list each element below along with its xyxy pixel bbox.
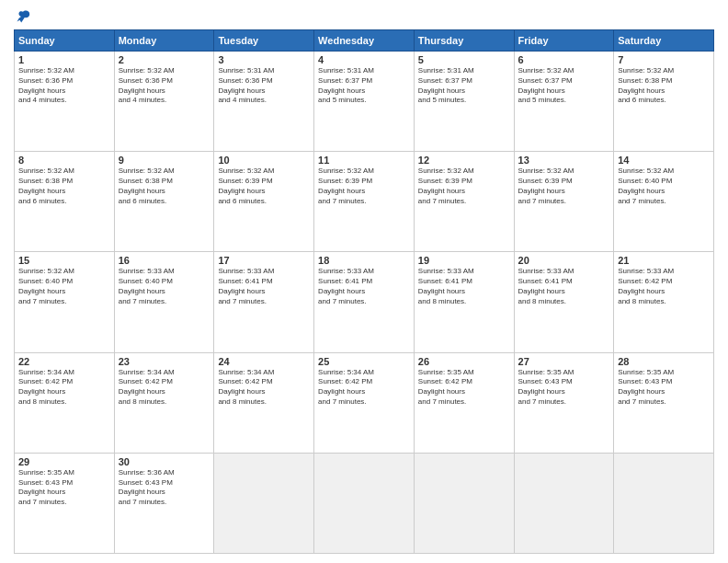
cell-info: Sunrise: 5:32 AM Sunset: 6:40 PM Dayligh… bbox=[18, 267, 110, 306]
calendar-table: Sunday Monday Tuesday Wednesday Thursday… bbox=[14, 29, 714, 554]
table-cell: 1 Sunrise: 5:32 AM Sunset: 6:36 PM Dayli… bbox=[15, 52, 115, 152]
table-cell: 22 Sunrise: 5:34 AM Sunset: 6:42 PM Dayl… bbox=[15, 352, 115, 453]
cell-info: Sunrise: 5:32 AM Sunset: 6:39 PM Dayligh… bbox=[518, 167, 610, 206]
header-friday: Friday bbox=[514, 30, 614, 52]
cell-info: Sunrise: 5:32 AM Sunset: 6:37 PM Dayligh… bbox=[518, 66, 610, 106]
header-sunday: Sunday bbox=[15, 30, 115, 52]
cell-info: Sunrise: 5:32 AM Sunset: 6:39 PM Dayligh… bbox=[318, 167, 410, 206]
table-cell: 28 Sunrise: 5:35 AM Sunset: 6:43 PM Dayl… bbox=[614, 352, 714, 453]
table-cell: 25 Sunrise: 5:34 AM Sunset: 6:42 PM Dayl… bbox=[314, 352, 415, 453]
day-number: 20 bbox=[518, 255, 610, 266]
day-number: 17 bbox=[218, 255, 310, 266]
table-cell: 26 Sunrise: 5:35 AM Sunset: 6:42 PM Dayl… bbox=[414, 352, 514, 453]
cell-info: Sunrise: 5:33 AM Sunset: 6:41 PM Dayligh… bbox=[318, 267, 410, 306]
table-cell: 11 Sunrise: 5:32 AM Sunset: 6:39 PM Dayl… bbox=[314, 152, 415, 252]
cell-info: Sunrise: 5:32 AM Sunset: 6:36 PM Dayligh… bbox=[119, 66, 210, 106]
cell-info: Sunrise: 5:32 AM Sunset: 6:39 PM Dayligh… bbox=[418, 167, 510, 206]
cell-info: Sunrise: 5:32 AM Sunset: 6:40 PM Dayligh… bbox=[618, 167, 710, 206]
table-cell: 7 Sunrise: 5:32 AM Sunset: 6:38 PM Dayli… bbox=[614, 52, 714, 152]
day-number: 19 bbox=[418, 255, 510, 266]
header-thursday: Thursday bbox=[414, 30, 514, 52]
cell-info: Sunrise: 5:34 AM Sunset: 6:42 PM Dayligh… bbox=[18, 368, 110, 408]
cell-info: Sunrise: 5:31 AM Sunset: 6:37 PM Dayligh… bbox=[418, 66, 510, 106]
table-cell: 8 Sunrise: 5:32 AM Sunset: 6:38 PM Dayli… bbox=[15, 152, 115, 252]
header bbox=[14, 9, 714, 22]
table-cell: 21 Sunrise: 5:33 AM Sunset: 6:42 PM Dayl… bbox=[614, 252, 714, 352]
cell-info: Sunrise: 5:32 AM Sunset: 6:38 PM Dayligh… bbox=[18, 167, 110, 206]
table-cell bbox=[614, 453, 714, 553]
logo-bird-icon bbox=[15, 9, 31, 26]
day-number: 21 bbox=[618, 255, 710, 266]
table-cell: 17 Sunrise: 5:33 AM Sunset: 6:41 PM Dayl… bbox=[214, 252, 314, 352]
day-number: 11 bbox=[318, 155, 410, 166]
table-cell: 16 Sunrise: 5:33 AM Sunset: 6:40 PM Dayl… bbox=[114, 252, 214, 352]
table-cell: 19 Sunrise: 5:33 AM Sunset: 6:41 PM Dayl… bbox=[414, 252, 514, 352]
day-number: 18 bbox=[318, 255, 410, 266]
table-cell: 18 Sunrise: 5:33 AM Sunset: 6:41 PM Dayl… bbox=[314, 252, 415, 352]
table-cell: 14 Sunrise: 5:32 AM Sunset: 6:40 PM Dayl… bbox=[614, 152, 714, 252]
day-number: 9 bbox=[119, 155, 210, 166]
cell-info: Sunrise: 5:33 AM Sunset: 6:41 PM Dayligh… bbox=[218, 267, 310, 306]
day-number: 25 bbox=[318, 356, 410, 367]
header-saturday: Saturday bbox=[614, 30, 714, 52]
day-number: 12 bbox=[418, 155, 510, 166]
table-cell bbox=[214, 453, 314, 553]
cell-info: Sunrise: 5:35 AM Sunset: 6:43 PM Dayligh… bbox=[18, 468, 110, 508]
day-number: 16 bbox=[119, 255, 210, 266]
header-tuesday: Tuesday bbox=[214, 30, 314, 52]
table-cell: 2 Sunrise: 5:32 AM Sunset: 6:36 PM Dayli… bbox=[114, 52, 214, 152]
day-number: 7 bbox=[618, 54, 710, 65]
day-number: 5 bbox=[418, 54, 510, 65]
header-monday: Monday bbox=[114, 30, 214, 52]
day-number: 23 bbox=[119, 356, 210, 367]
cell-info: Sunrise: 5:34 AM Sunset: 6:42 PM Dayligh… bbox=[218, 368, 310, 408]
day-number: 24 bbox=[218, 356, 310, 367]
day-number: 8 bbox=[18, 155, 110, 166]
table-cell: 30 Sunrise: 5:36 AM Sunset: 6:43 PM Dayl… bbox=[114, 453, 214, 553]
cell-info: Sunrise: 5:32 AM Sunset: 6:36 PM Dayligh… bbox=[18, 66, 110, 106]
day-number: 3 bbox=[218, 54, 310, 65]
table-cell: 5 Sunrise: 5:31 AM Sunset: 6:37 PM Dayli… bbox=[414, 52, 514, 152]
cell-info: Sunrise: 5:33 AM Sunset: 6:41 PM Dayligh… bbox=[418, 267, 510, 306]
table-cell: 24 Sunrise: 5:34 AM Sunset: 6:42 PM Dayl… bbox=[214, 352, 314, 453]
cell-info: Sunrise: 5:34 AM Sunset: 6:42 PM Dayligh… bbox=[318, 368, 410, 408]
table-cell: 27 Sunrise: 5:35 AM Sunset: 6:43 PM Dayl… bbox=[514, 352, 614, 453]
table-cell: 4 Sunrise: 5:31 AM Sunset: 6:37 PM Dayli… bbox=[314, 52, 415, 152]
cell-info: Sunrise: 5:32 AM Sunset: 6:38 PM Dayligh… bbox=[119, 167, 210, 206]
cell-info: Sunrise: 5:33 AM Sunset: 6:40 PM Dayligh… bbox=[119, 267, 210, 306]
day-number: 29 bbox=[18, 456, 110, 467]
day-number: 6 bbox=[518, 54, 610, 65]
table-cell: 20 Sunrise: 5:33 AM Sunset: 6:41 PM Dayl… bbox=[514, 252, 614, 352]
table-cell: 3 Sunrise: 5:31 AM Sunset: 6:36 PM Dayli… bbox=[214, 52, 314, 152]
day-number: 30 bbox=[119, 456, 210, 467]
cell-info: Sunrise: 5:35 AM Sunset: 6:42 PM Dayligh… bbox=[418, 368, 510, 408]
day-number: 1 bbox=[18, 54, 110, 65]
table-cell: 10 Sunrise: 5:32 AM Sunset: 6:39 PM Dayl… bbox=[214, 152, 314, 252]
table-cell: 15 Sunrise: 5:32 AM Sunset: 6:40 PM Dayl… bbox=[15, 252, 115, 352]
day-number: 2 bbox=[119, 54, 210, 65]
day-number: 4 bbox=[318, 54, 410, 65]
day-number: 14 bbox=[618, 155, 710, 166]
cell-info: Sunrise: 5:35 AM Sunset: 6:43 PM Dayligh… bbox=[518, 368, 610, 408]
table-cell: 29 Sunrise: 5:35 AM Sunset: 6:43 PM Dayl… bbox=[15, 453, 115, 553]
cell-info: Sunrise: 5:34 AM Sunset: 6:42 PM Dayligh… bbox=[119, 368, 210, 408]
cell-info: Sunrise: 5:32 AM Sunset: 6:39 PM Dayligh… bbox=[218, 167, 310, 206]
logo bbox=[14, 9, 31, 22]
cell-info: Sunrise: 5:31 AM Sunset: 6:37 PM Dayligh… bbox=[318, 66, 410, 106]
day-number: 22 bbox=[18, 356, 110, 367]
header-wednesday: Wednesday bbox=[314, 30, 415, 52]
page: Sunday Monday Tuesday Wednesday Thursday… bbox=[0, 0, 728, 563]
table-cell: 12 Sunrise: 5:32 AM Sunset: 6:39 PM Dayl… bbox=[414, 152, 514, 252]
day-number: 10 bbox=[218, 155, 310, 166]
table-cell bbox=[314, 453, 415, 553]
table-cell bbox=[414, 453, 514, 553]
cell-info: Sunrise: 5:36 AM Sunset: 6:43 PM Dayligh… bbox=[119, 468, 210, 508]
cell-info: Sunrise: 5:32 AM Sunset: 6:38 PM Dayligh… bbox=[618, 66, 710, 106]
table-cell: 23 Sunrise: 5:34 AM Sunset: 6:42 PM Dayl… bbox=[114, 352, 214, 453]
cell-info: Sunrise: 5:33 AM Sunset: 6:41 PM Dayligh… bbox=[518, 267, 610, 306]
table-cell: 13 Sunrise: 5:32 AM Sunset: 6:39 PM Dayl… bbox=[514, 152, 614, 252]
day-number: 27 bbox=[518, 356, 610, 367]
day-number: 26 bbox=[418, 356, 510, 367]
table-cell: 6 Sunrise: 5:32 AM Sunset: 6:37 PM Dayli… bbox=[514, 52, 614, 152]
day-number: 15 bbox=[18, 255, 110, 266]
